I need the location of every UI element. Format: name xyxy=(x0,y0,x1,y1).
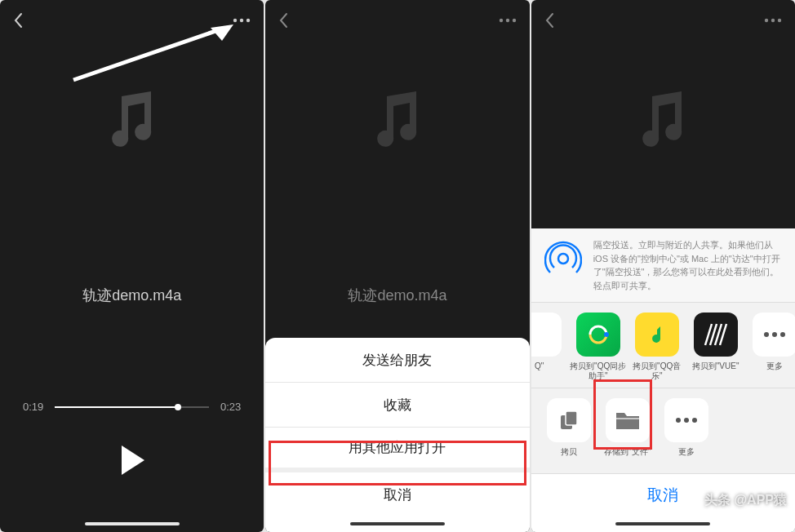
svg-line-3 xyxy=(73,29,220,80)
svg-point-2 xyxy=(246,19,250,22)
action-copy[interactable]: 拷贝 xyxy=(540,398,598,467)
action-sheet: 发送给朋友 收藏 用其他应用打开 取消 xyxy=(265,338,529,532)
back-icon[interactable] xyxy=(13,12,23,29)
home-indicator[interactable] xyxy=(615,522,710,525)
qq-sync-icon xyxy=(576,313,620,357)
svg-point-23 xyxy=(676,418,681,423)
svg-point-19 xyxy=(780,332,785,337)
share-sheet: 隔空投送。立即与附近的人共享。如果他们从 iOS 设备的"控制中心"或 Mac … xyxy=(531,228,795,532)
play-button[interactable] xyxy=(118,444,146,480)
file-name: 轨迹demo.m4a xyxy=(265,286,529,305)
progress-track[interactable] xyxy=(55,406,209,408)
playback-progress[interactable]: 0:19 0:23 xyxy=(23,401,241,413)
more-icon[interactable] xyxy=(764,18,782,23)
back-icon[interactable] xyxy=(278,12,288,29)
share-actions-row[interactable]: 拷贝 存储到"文件" 更多 xyxy=(531,388,795,473)
progress-fill xyxy=(55,406,178,408)
svg-point-12 xyxy=(604,332,609,337)
back-icon[interactable] xyxy=(544,12,554,29)
app-qq-music[interactable]: 拷贝到"QQ音乐" xyxy=(628,313,686,381)
screenshot-panel-1: 轨迹demo.m4a 0:19 0:23 xyxy=(0,0,264,532)
music-note-icon xyxy=(104,88,161,157)
svg-point-24 xyxy=(684,418,689,423)
topbar xyxy=(265,0,529,41)
svg-point-0 xyxy=(233,19,237,22)
share-apps-row[interactable]: Q" 拷贝到"QQ同步助手" 拷贝到"QQ音乐" xyxy=(531,302,795,388)
qq-music-icon xyxy=(635,313,679,357)
svg-point-7 xyxy=(512,19,515,22)
app-item-partial[interactable]: Q" xyxy=(531,313,569,381)
airdrop-description: 隔空投送。立即与附近的人共享。如果他们从 iOS 设备的"控制中心"或 Mac … xyxy=(593,238,784,292)
more-icon[interactable] xyxy=(499,18,517,23)
annotation-arrow-icon xyxy=(65,23,237,91)
progress-knob[interactable] xyxy=(175,404,181,410)
watermark-text: 头条 @APP猿 xyxy=(704,492,787,509)
svg-point-9 xyxy=(771,19,775,22)
svg-rect-22 xyxy=(616,418,639,419)
action-save-to-files[interactable]: 存储到"文件" xyxy=(598,398,657,467)
app-more[interactable]: 更多 xyxy=(745,313,795,381)
more-actions-icon xyxy=(664,398,708,442)
svg-rect-21 xyxy=(566,411,577,425)
more-apps-icon xyxy=(753,313,795,357)
app-vue[interactable]: 拷贝到"VUE" xyxy=(686,313,745,381)
music-note-icon xyxy=(634,88,691,157)
svg-point-11 xyxy=(558,254,568,264)
home-indicator[interactable] xyxy=(350,522,445,525)
svg-point-17 xyxy=(764,332,769,337)
action-more[interactable]: 更多 xyxy=(657,398,716,467)
airdrop-section[interactable]: 隔空投送。立即与附近的人共享。如果他们从 iOS 设备的"控制中心"或 Mac … xyxy=(531,228,795,302)
screenshot-panel-3: 隔空投送。立即与附近的人共享。如果他们从 iOS 设备的"控制中心"或 Mac … xyxy=(531,0,795,532)
topbar xyxy=(531,0,795,41)
home-indicator[interactable] xyxy=(85,522,180,525)
airdrop-icon xyxy=(543,238,584,279)
svg-point-25 xyxy=(692,418,697,423)
elapsed-time: 0:19 xyxy=(23,401,43,413)
svg-point-5 xyxy=(499,19,502,22)
vue-icon xyxy=(694,313,738,357)
svg-point-6 xyxy=(505,19,509,22)
menu-cancel[interactable]: 取消 xyxy=(265,472,529,517)
app-qq-sync[interactable]: 拷贝到"QQ同步助手" xyxy=(569,313,628,381)
total-time: 0:23 xyxy=(220,401,241,413)
svg-point-8 xyxy=(765,19,768,22)
copy-icon xyxy=(547,398,591,442)
menu-open-with-other[interactable]: 用其他应用打开 xyxy=(265,428,529,472)
menu-send-to-friend[interactable]: 发送给朋友 xyxy=(265,338,529,383)
svg-point-10 xyxy=(778,19,781,22)
music-note-icon xyxy=(369,88,426,157)
svg-point-1 xyxy=(240,19,243,22)
svg-point-18 xyxy=(772,332,777,337)
screenshot-panel-2: 轨迹demo.m4a 发送给朋友 收藏 用其他应用打开 取消 xyxy=(265,0,529,532)
menu-favorite[interactable]: 收藏 xyxy=(265,383,529,428)
folder-icon xyxy=(606,398,650,442)
file-name: 轨迹demo.m4a xyxy=(0,286,264,305)
